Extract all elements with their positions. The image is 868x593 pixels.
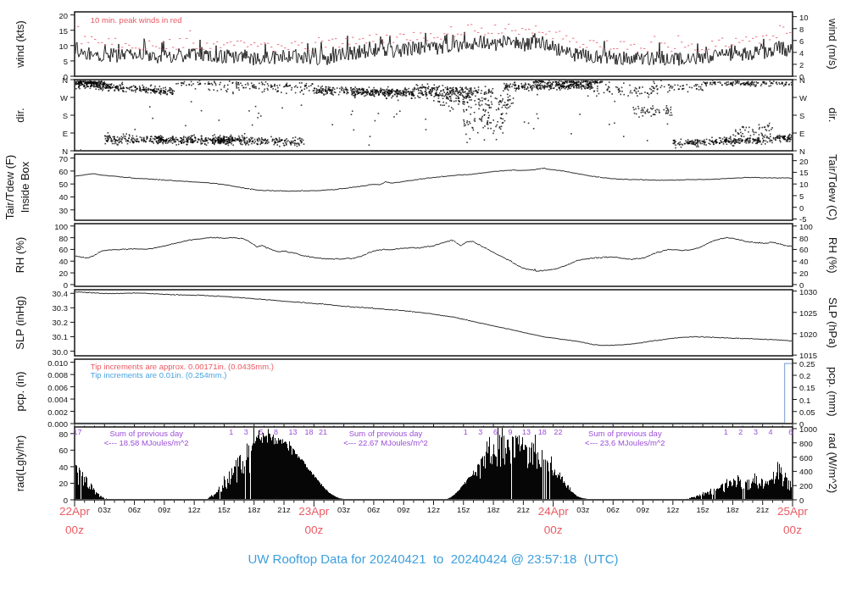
ytick-label-left-pcp: 0.008 <box>29 370 68 380</box>
day-label-25Apr: 25Apr <box>777 505 808 518</box>
xtick-label-21z: 21z <box>517 505 530 514</box>
ytick-label-left-rh: 40 <box>29 257 68 266</box>
rad-cumulative-label: 13 <box>289 428 298 436</box>
rad-cumulative-label: 9 <box>509 428 513 436</box>
ytick-label-left-rh: 0 <box>29 280 68 289</box>
xtick-label-12z: 12z <box>187 505 200 514</box>
ytick-label-left-pcp: 0.004 <box>29 395 68 404</box>
xtick-label-18z: 18z <box>726 505 739 514</box>
ytick-label-left-slp: 30.2 <box>29 318 68 327</box>
ytick-label-left-pcp: 0.002 <box>29 407 68 416</box>
ytick-label-left-wind: 20 <box>29 10 68 19</box>
rad-cumulative-label: 3 <box>244 428 248 436</box>
xtick-label-15z: 15z <box>457 505 470 514</box>
rad-cumulative-label: 3 <box>478 428 482 436</box>
ytick-label-left-slp: 30.3 <box>29 303 68 313</box>
xtick-label-09z: 09z <box>398 505 410 514</box>
annotation-sum-prev-day-1-value: <--- 18.58 MJoules/m^2 <box>104 438 189 447</box>
rad-cumulative-label: 4 <box>769 428 773 436</box>
day-label-23Apr: 23Apr <box>298 505 329 518</box>
ytick-label-left-rad: 0 <box>29 496 68 505</box>
xtick-label-18z: 18z <box>487 505 499 514</box>
rad-cumulative-label: 13 <box>522 428 531 436</box>
ytick-label-left-rh: 20 <box>29 269 68 278</box>
rad-cumulative-label: 22 <box>554 428 563 436</box>
ytick-label-left-dir: W <box>29 93 68 103</box>
xtick-label-12z: 12z <box>427 505 440 514</box>
rad-cumulative-label: 18 <box>538 428 547 436</box>
rad-cumulative-label: 5 <box>259 428 263 436</box>
ytick-label-left-rh: 60 <box>29 245 68 254</box>
rad-cumulative-label: 8 <box>274 428 278 436</box>
annotation-sum-prev-day-3: Sum of previous day <box>588 429 662 438</box>
xtick-label-06z: 06z <box>607 505 620 514</box>
day-label-hour-24Apr: 00z <box>544 524 563 536</box>
rad-cumulative-label: 6 <box>493 428 498 436</box>
rad-cumulative-label: 6 <box>788 428 793 436</box>
uw-rooftop-weather-plot: UW Rooftop Data for 20240421 to 20240424… <box>0 0 868 593</box>
day-label-hour-23Apr: 00z <box>304 524 323 536</box>
ytick-label-left-rad: 60 <box>29 446 68 455</box>
day-label-24Apr: 24Apr <box>538 505 569 518</box>
ytick-label-left-pcp: 0.010 <box>29 357 68 367</box>
annotation-sum-prev-day-3-value: <--- 23.6 MJoules/m^2 <box>585 438 665 447</box>
rad-cumulative-label: 17 <box>74 428 82 436</box>
xtick-label-15z: 15z <box>696 505 709 514</box>
annotation-tip-increments-blue: Tip increments are 0.01in. (0.254mm.) <box>91 370 227 380</box>
xtick-label-15z: 15z <box>218 505 231 514</box>
rad-cumulative-label: 2 <box>738 428 743 436</box>
xtick-label-03z: 03z <box>576 505 589 514</box>
rad-cumulative-label: 21 <box>319 428 327 436</box>
ytick-label-left-rh: 100 <box>29 221 68 230</box>
xtick-label-03z: 03z <box>98 505 111 514</box>
day-label-hour-22Apr: 00z <box>65 524 84 536</box>
ytick-label-left-wind: 15 <box>29 25 68 35</box>
rad-cumulative-label: 1 <box>464 428 468 436</box>
xtick-label-18z: 18z <box>248 505 260 514</box>
chart-title: UW Rooftop Data for 20240421 to 20240424… <box>248 551 618 566</box>
ytick-label-left-pcp: 0.000 <box>29 419 68 429</box>
annotation-sum-prev-day-2: Sum of previous day <box>349 429 423 438</box>
ytick-label-left-dir: N <box>29 75 68 85</box>
day-label-22Apr: 22Apr <box>59 505 90 518</box>
xtick-label-21z: 21z <box>277 505 290 514</box>
ytick-label-left-rad: 20 <box>29 479 68 488</box>
ytick-label-left-slp: 30.1 <box>29 332 68 341</box>
ytick-label-left-rad: 40 <box>29 462 68 471</box>
chart-canvas <box>0 0 868 593</box>
xtick-label-06z: 06z <box>128 505 141 514</box>
xtick-label-21z: 21z <box>756 505 769 514</box>
ylabel-left-rad: rad(Lgly/hr) <box>11 379 30 548</box>
annotation-sum-prev-day-2-value: <--- 22.67 MJoules/m^2 <box>343 438 428 447</box>
ytick-label-left-wind: 10 <box>29 41 68 50</box>
annotation-peak-winds-note: 10 min. peak winds in red <box>91 15 182 25</box>
rad-cumulative-label: 1 <box>724 428 728 436</box>
xtick-label-06z: 06z <box>367 505 380 514</box>
rad-cumulative-label: 1 <box>229 428 233 436</box>
ytick-label-left-pcp: 0.006 <box>29 382 68 391</box>
ytick-label-left-wind: 5 <box>29 56 68 65</box>
ytick-label-left-rad: 80 <box>29 429 68 438</box>
xtick-label-09z: 09z <box>637 505 649 514</box>
xtick-label-03z: 03z <box>337 505 350 514</box>
annotation-sum-prev-day-1: Sum of previous day <box>109 429 183 438</box>
xtick-label-09z: 09z <box>158 505 170 514</box>
rad-cumulative-label: 3 <box>754 428 758 436</box>
ytick-label-left-slp: 30.4 <box>29 289 68 298</box>
xtick-label-12z: 12z <box>666 505 679 514</box>
ytick-label-left-rh: 80 <box>29 233 68 242</box>
day-label-hour-25Apr: 00z <box>783 524 802 536</box>
rad-cumulative-label: 18 <box>304 428 313 436</box>
ytick-label-left-slp: 30.0 <box>29 346 68 356</box>
ylabel-right-rad: rad (W/m^2) <box>823 370 842 557</box>
